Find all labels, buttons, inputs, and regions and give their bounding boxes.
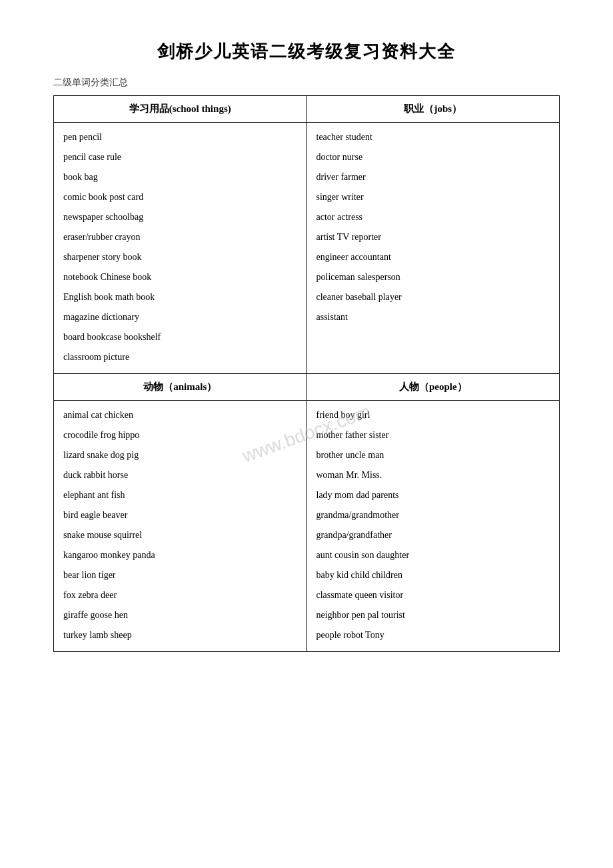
col2-header-1: 人物（people） (306, 374, 560, 401)
col1-content-0: pen pencilpencil case rulebook bagcomic … (54, 123, 307, 374)
col2-content-1: friend boy girlmother father sisterbroth… (306, 401, 560, 652)
col2-header-0: 职业（jobs） (306, 96, 560, 123)
subtitle: 二级单词分类汇总 (53, 77, 560, 89)
col1-header-0: 学习用品(school things) (54, 96, 307, 123)
vocab-table: 学习用品(school things)职业（jobs）pen pencilpen… (53, 95, 560, 652)
col2-content-0: teacher studentdoctor nursedriver farmer… (306, 123, 560, 374)
col1-content-1: animal cat chickencrocodile frog hippoli… (54, 401, 307, 652)
col1-header-1: 动物（animals） (54, 374, 307, 401)
page-title: 剑桥少儿英语二级考级复习资料大全 (53, 40, 560, 63)
